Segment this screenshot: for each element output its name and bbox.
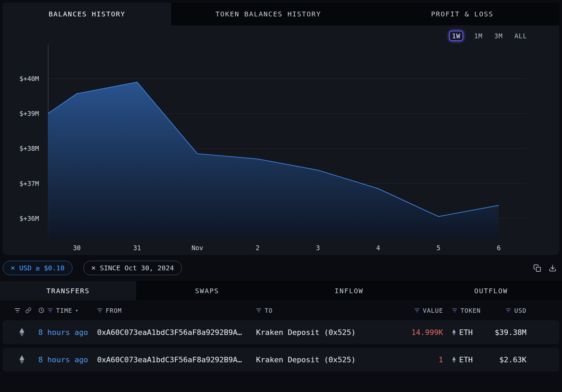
page: BALANCES HISTORY TOKEN BALANCES HISTORY … bbox=[0, 3, 562, 371]
tab-balances-history[interactable]: BALANCES HISTORY bbox=[3, 3, 171, 25]
transfer-value: 14.999K bbox=[371, 328, 443, 337]
tab-inflow[interactable]: INFLOW bbox=[278, 281, 420, 300]
filter-chip-label: SINCE Oct 30, 2024 bbox=[100, 264, 174, 272]
tab-outflow[interactable]: OUTFLOW bbox=[420, 281, 562, 300]
tab-swaps[interactable]: SWAPS bbox=[136, 281, 278, 300]
x-axis-labels: 3031Nov23456 bbox=[48, 244, 526, 254]
filter-chip-since[interactable]: × SINCE Oct 30, 2024 bbox=[83, 261, 182, 275]
filter-bar: × USD ≥ $0.10 × SINCE Oct 30, 2024 bbox=[3, 260, 557, 276]
column-header-time[interactable]: TIME ▾ bbox=[36, 307, 97, 314]
column-filter-icon[interactable] bbox=[48, 308, 53, 313]
transfer-from-address[interactable]: 0xA60C073eaA1bdC3F56aF8a9292B9A… bbox=[97, 355, 256, 364]
transfer-row[interactable]: 8 hours ago 0xA60C073eaA1bdC3F56aF8a9292… bbox=[3, 348, 559, 371]
table-header: TIME ▾ FROM TO VALUE bbox=[3, 300, 559, 320]
column-label: TIME bbox=[56, 307, 72, 314]
clock-icon bbox=[38, 307, 44, 313]
y-axis-labels: $+40M$+39M$+38M$+37M$+36M bbox=[3, 44, 43, 239]
time-range-selector: 1W 1M 3M ALL bbox=[3, 30, 528, 42]
tab-profit-loss[interactable]: PROFIT & LOSS bbox=[365, 3, 560, 25]
x-tick-label: 4 bbox=[376, 244, 380, 252]
transfer-token: ETH bbox=[443, 328, 482, 337]
remove-filter-icon[interactable]: × bbox=[91, 264, 96, 272]
tab-label: PROFIT & LOSS bbox=[431, 10, 494, 18]
transfer-usd: $2.63K bbox=[482, 355, 526, 364]
x-tick-label: 31 bbox=[133, 244, 141, 252]
tab-label: TOKEN BALANCES HISTORY bbox=[215, 10, 321, 18]
table-tab-bar: TRANSFERS SWAPS INFLOW OUTFLOW bbox=[0, 281, 562, 300]
plot-area bbox=[48, 44, 526, 239]
transfer-to-entity[interactable]: Kraken Deposit (0x525) bbox=[256, 355, 371, 364]
tab-label: BALANCES HISTORY bbox=[49, 10, 125, 18]
column-header-usd[interactable]: USD bbox=[482, 307, 526, 314]
filter-chip-usd[interactable]: × USD ≥ $0.10 bbox=[3, 261, 72, 275]
y-tick-label: $+37M bbox=[19, 180, 39, 187]
range-button-all[interactable]: ALL bbox=[514, 31, 528, 40]
column-filter-icon[interactable] bbox=[97, 308, 103, 313]
token-symbol: ETH bbox=[459, 328, 473, 337]
range-button-3m[interactable]: 3M bbox=[494, 31, 504, 40]
chart-tab-bar: BALANCES HISTORY TOKEN BALANCES HISTORY … bbox=[3, 3, 559, 25]
column-label: FROM bbox=[106, 307, 122, 314]
x-tick-label: 3 bbox=[316, 244, 320, 252]
transfer-row[interactable]: 8 hours ago 0xA60C073eaA1bdC3F56aF8a9292… bbox=[3, 320, 559, 344]
column-label: TO bbox=[265, 307, 273, 314]
range-button-1w[interactable]: 1W bbox=[449, 31, 463, 41]
x-tick-label: 2 bbox=[256, 244, 259, 252]
eth-icon bbox=[19, 328, 25, 337]
transfer-token: ETH bbox=[443, 355, 482, 364]
balances-panel: BALANCES HISTORY TOKEN BALANCES HISTORY … bbox=[3, 3, 559, 255]
column-header-from[interactable]: FROM bbox=[97, 307, 256, 314]
column-header-token[interactable]: TOKEN bbox=[443, 307, 482, 314]
download-icon[interactable] bbox=[549, 264, 557, 272]
tab-label: OUTFLOW bbox=[474, 287, 508, 295]
copy-icon[interactable] bbox=[533, 264, 541, 272]
tab-label: TRANSFERS bbox=[46, 287, 90, 295]
sort-caret-icon[interactable]: ▾ bbox=[75, 308, 78, 313]
transfer-usd: $39.38M bbox=[482, 328, 526, 337]
y-tick-label: $+40M bbox=[19, 75, 39, 82]
token-symbol: ETH bbox=[459, 355, 473, 364]
filter-chip-label: USD ≥ $0.10 bbox=[19, 264, 64, 272]
filter-funnel-icon[interactable] bbox=[14, 307, 21, 313]
y-tick-label: $+39M bbox=[19, 110, 39, 117]
column-label: USD bbox=[514, 307, 526, 314]
y-tick-label: $+36M bbox=[19, 215, 39, 222]
column-filter-icon[interactable] bbox=[506, 308, 511, 313]
column-header-to[interactable]: TO bbox=[256, 307, 371, 314]
tab-token-balances-history[interactable]: TOKEN BALANCES HISTORY bbox=[171, 3, 365, 25]
x-tick-label: 30 bbox=[73, 244, 81, 252]
transfer-value: 1 bbox=[371, 355, 443, 364]
eth-icon bbox=[19, 355, 25, 364]
eth-icon bbox=[452, 356, 456, 363]
column-filter-icon[interactable] bbox=[256, 308, 262, 313]
transfer-time-link[interactable]: 8 hours ago bbox=[36, 355, 97, 364]
balance-chart-svg bbox=[48, 44, 526, 239]
y-tick-label: $+38M bbox=[19, 145, 39, 152]
x-tick-label: 5 bbox=[437, 244, 440, 252]
x-tick-label: 6 bbox=[497, 244, 500, 252]
column-filter-icon[interactable] bbox=[414, 308, 420, 313]
column-label: TOKEN bbox=[460, 307, 481, 314]
transfers-section: TRANSFERS SWAPS INFLOW OUTFLOW bbox=[0, 281, 562, 371]
tab-label: INFLOW bbox=[335, 287, 363, 295]
column-header-value[interactable]: VALUE bbox=[371, 307, 443, 314]
link-icon[interactable] bbox=[25, 307, 31, 313]
x-tick-label: Nov bbox=[191, 244, 203, 252]
eth-icon bbox=[452, 329, 456, 336]
transfer-from-address[interactable]: 0xA60C073eaA1bdC3F56aF8a9292B9A… bbox=[97, 328, 256, 337]
tab-label: SWAPS bbox=[195, 287, 219, 295]
balance-chart[interactable]: $+40M$+39M$+38M$+37M$+36M 3031Nov23456 bbox=[3, 44, 559, 255]
table-actions bbox=[533, 264, 557, 272]
transfer-time-link[interactable]: 8 hours ago bbox=[36, 328, 97, 337]
column-label: VALUE bbox=[423, 307, 443, 314]
range-button-1m[interactable]: 1M bbox=[473, 31, 483, 40]
remove-filter-icon[interactable]: × bbox=[11, 264, 15, 272]
column-filter-icon[interactable] bbox=[452, 308, 457, 313]
transfer-to-entity[interactable]: Kraken Deposit (0x525) bbox=[256, 328, 371, 337]
tab-transfers[interactable]: TRANSFERS bbox=[0, 281, 136, 300]
